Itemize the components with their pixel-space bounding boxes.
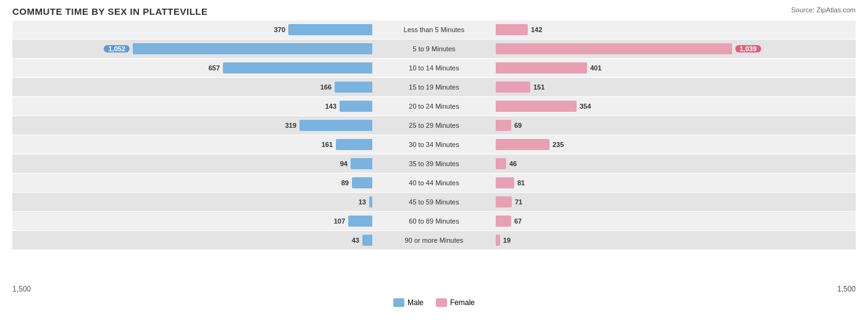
source-text: Source: ZipAtlas.com (791, 6, 856, 14)
male-bar (288, 24, 372, 35)
legend-male: Male (393, 298, 424, 307)
table-row: 16130 to 34 Minutes235 (12, 135, 856, 154)
male-bar (340, 101, 372, 112)
axis-right: 1,500 (837, 285, 856, 293)
table-row: 65710 to 14 Minutes401 (12, 59, 856, 77)
table-row: 1345 to 59 Minutes71 (12, 193, 856, 211)
male-value: 657 (209, 64, 220, 72)
male-bar-container: 319 (12, 116, 372, 135)
female-bar (496, 62, 587, 73)
row-label: 5 to 9 Minutes (372, 45, 496, 52)
axis-labels: 1,500 1,500 (12, 282, 856, 296)
male-bar-container: 107 (12, 212, 372, 230)
female-bar-container: 71 (496, 193, 856, 211)
female-bar (496, 43, 732, 54)
female-bar-container: 235 (496, 135, 856, 154)
row-label: 15 to 19 Minutes (372, 83, 496, 91)
male-value: 143 (325, 103, 336, 110)
male-bar-container: 1,052 (12, 40, 372, 58)
legend: Male Female (12, 298, 856, 307)
table-row: 1,0525 to 9 Minutes1,039 (12, 40, 856, 58)
male-bar-container: 161 (12, 135, 372, 154)
male-bar-container: 94 (12, 154, 372, 173)
male-bar (362, 235, 372, 246)
row-label: 40 to 44 Minutes (372, 179, 496, 187)
female-bar-container: 69 (496, 116, 856, 135)
male-bar (348, 216, 372, 227)
table-row: 4390 or more Minutes19 (12, 231, 856, 250)
male-value: 13 (359, 198, 366, 206)
row-label: 45 to 59 Minutes (372, 198, 496, 206)
female-value: 401 (590, 64, 601, 72)
axis-left: 1,500 (12, 285, 31, 293)
male-value: 161 (322, 141, 333, 148)
female-value: 1,039 (735, 45, 761, 52)
male-value: 107 (334, 217, 345, 225)
male-bar (352, 177, 372, 188)
chart-area: 370Less than 5 Minutes1421,0525 to 9 Min… (12, 20, 856, 280)
row-label: Less than 5 Minutes (372, 26, 496, 33)
row-label: 25 to 29 Minutes (372, 122, 496, 129)
legend-female-box (436, 298, 447, 307)
male-value: 1,052 (104, 45, 130, 52)
female-bar-container: 151 (496, 78, 856, 96)
female-value: 81 (517, 179, 525, 187)
female-bar-container: 19 (496, 231, 856, 250)
row-label: 60 to 89 Minutes (372, 217, 496, 225)
female-bar-container: 142 (496, 20, 856, 39)
male-bar (336, 139, 372, 150)
female-value: 71 (515, 198, 522, 206)
male-bar-container: 43 (12, 231, 372, 250)
row-label: 90 or more Minutes (372, 237, 496, 244)
female-bar (496, 235, 500, 246)
male-value: 319 (285, 122, 296, 129)
male-value: 43 (352, 237, 359, 244)
row-label: 20 to 24 Minutes (372, 103, 496, 110)
female-value: 19 (503, 237, 511, 244)
male-bar-container: 657 (12, 59, 372, 77)
male-bar-container: 13 (12, 193, 372, 211)
table-row: 370Less than 5 Minutes142 (12, 20, 856, 39)
male-bar-container: 370 (12, 20, 372, 39)
female-bar (496, 120, 511, 131)
male-bar (335, 82, 372, 93)
legend-male-label: Male (407, 298, 424, 307)
row-label: 10 to 14 Minutes (372, 64, 496, 72)
male-value: 94 (340, 160, 348, 167)
female-bar (496, 139, 549, 150)
legend-female: Female (436, 298, 475, 307)
female-value: 151 (533, 83, 545, 91)
female-value: 235 (553, 141, 564, 148)
female-bar-container: 354 (496, 97, 856, 115)
male-value: 370 (274, 26, 285, 33)
female-value: 69 (514, 122, 522, 129)
table-row: 9435 to 39 Minutes46 (12, 154, 856, 173)
male-bar (299, 120, 372, 131)
female-bar (496, 24, 528, 35)
female-bar (496, 82, 530, 93)
male-bar-container: 89 (12, 174, 372, 192)
male-value: 166 (320, 83, 332, 91)
female-value: 142 (531, 26, 542, 33)
female-bar-container: 1,039 (496, 40, 856, 58)
chart-title: COMMUTE TIME BY SEX IN PLATTEVILLE (12, 6, 207, 17)
female-bar-container: 81 (496, 174, 856, 192)
female-bar (496, 177, 514, 188)
row-label: 35 to 39 Minutes (372, 160, 496, 167)
legend-female-label: Female (450, 298, 475, 307)
female-bar (496, 216, 511, 227)
female-bar-container: 401 (496, 59, 856, 77)
table-row: 10760 to 89 Minutes67 (12, 212, 856, 230)
male-bar-container: 143 (12, 97, 372, 115)
male-bar (223, 62, 372, 73)
female-value: 354 (580, 103, 591, 110)
female-value: 67 (514, 217, 522, 225)
female-bar-container: 46 (496, 154, 856, 173)
male-value: 89 (341, 179, 349, 187)
table-row: 31925 to 29 Minutes69 (12, 116, 856, 135)
female-bar-container: 67 (496, 212, 856, 230)
female-bar (496, 101, 577, 112)
chart-container: COMMUTE TIME BY SEX IN PLATTEVILLE Sourc… (0, 0, 868, 323)
female-bar (496, 158, 506, 169)
female-value: 46 (509, 160, 517, 167)
